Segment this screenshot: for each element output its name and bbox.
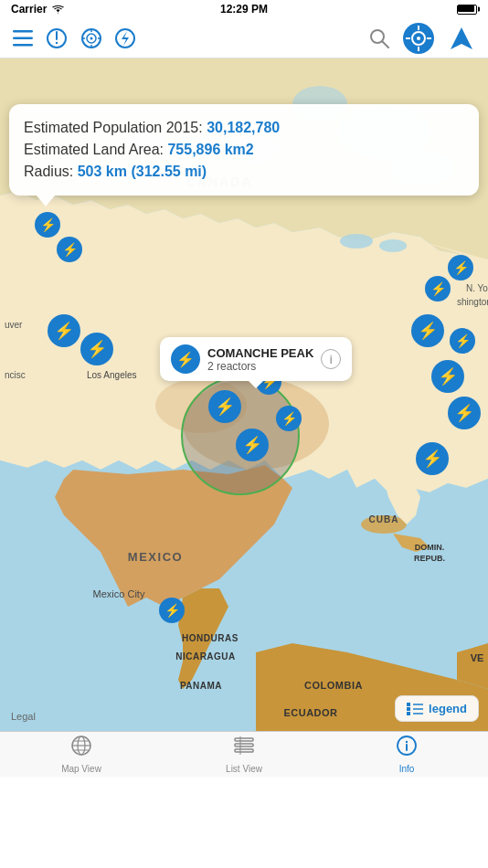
- svg-rect-1: [13, 37, 33, 39]
- status-bar: Carrier 12:29 PM: [0, 0, 488, 18]
- tab-bar: Map View List View Info: [0, 731, 488, 777]
- globe-icon: [70, 735, 92, 762]
- svg-rect-57: [235, 738, 253, 741]
- svg-rect-2: [13, 44, 33, 47]
- status-left: Carrier: [11, 3, 65, 16]
- svg-point-4: [56, 41, 58, 43]
- svg-text:VE: VE: [471, 652, 484, 663]
- reactor-marker[interactable]: ⚡: [448, 397, 481, 429]
- location-circle-icon[interactable]: [402, 22, 435, 55]
- status-right: [457, 5, 477, 15]
- reactor-marker[interactable]: ⚡: [450, 328, 475, 354]
- reactor-marker[interactable]: ⚡: [80, 333, 113, 365]
- tab-map-label: Map View: [61, 764, 101, 774]
- alert-icon[interactable]: [46, 27, 68, 49]
- reactor-marker[interactable]: ⚡: [431, 360, 464, 393]
- svg-text:NICARAGUA: NICARAGUA: [175, 651, 236, 662]
- battery-icon: [457, 5, 477, 15]
- carrier-label: Carrier: [11, 3, 47, 16]
- svg-text:shington: shington: [457, 297, 488, 307]
- search-icon[interactable]: [369, 28, 389, 48]
- svg-text:ncisc: ncisc: [5, 370, 26, 380]
- plant-callout[interactable]: ⚡ COMANCHE PEAK 2 reactors i: [160, 337, 352, 381]
- reactor-marker[interactable]: ⚡: [425, 276, 451, 302]
- land-area-label: Estimated Land Area:: [24, 142, 167, 157]
- menu-icon[interactable]: [13, 30, 33, 47]
- svg-text:COLOMBIA: COLOMBIA: [304, 680, 363, 691]
- tab-map-view[interactable]: Map View: [0, 732, 163, 777]
- reactor-marker[interactable]: ⚡: [236, 429, 269, 461]
- nav-left: [13, 27, 135, 49]
- svg-point-62: [406, 741, 408, 743]
- bolt-icon[interactable]: [115, 27, 135, 49]
- reactor-marker[interactable]: ⚡: [35, 212, 60, 238]
- tab-info-label: Info: [399, 764, 415, 774]
- nav-right: [369, 22, 475, 55]
- legend-button[interactable]: legend: [395, 695, 479, 722]
- reactor-marker[interactable]: ⚡: [411, 314, 444, 347]
- legal-link[interactable]: Legal: [11, 711, 36, 722]
- plant-name: COMANCHE PEAK: [207, 346, 313, 360]
- svg-text:N. Yo: N. Yo: [466, 283, 488, 293]
- reactor-marker[interactable]: ⚡: [48, 314, 80, 347]
- svg-text:REPUB.: REPUB.: [414, 554, 445, 563]
- svg-text:CUBA: CUBA: [369, 514, 399, 524]
- tab-info[interactable]: Info: [325, 732, 488, 777]
- nav-bar: [0, 18, 488, 58]
- svg-point-26: [379, 239, 407, 252]
- reactor-marker[interactable]: ⚡: [57, 237, 82, 262]
- info-circle-icon: [396, 735, 418, 762]
- svg-text:MEXICO: MEXICO: [128, 550, 183, 564]
- svg-point-25: [340, 234, 373, 249]
- svg-text:DOMIN.: DOMIN.: [415, 543, 445, 552]
- plant-bolt-icon: ⚡: [171, 344, 200, 374]
- info-popup: Estimated Population 2015: 30,182,780 Es…: [9, 104, 479, 196]
- plant-reactors: 2 reactors: [207, 360, 313, 373]
- list-icon: [233, 735, 255, 762]
- svg-text:Los Angeles: Los Angeles: [87, 370, 137, 380]
- population-label: Estimated Population 2015:: [24, 120, 207, 135]
- svg-text:PANAMA: PANAMA: [180, 681, 222, 691]
- wifi-icon: [51, 5, 65, 15]
- svg-point-7: [90, 37, 93, 39]
- svg-rect-0: [13, 30, 33, 33]
- population-value: 30,182,780: [207, 120, 280, 135]
- svg-rect-47: [407, 707, 410, 711]
- legend-icon: [407, 703, 423, 715]
- land-area-line: Estimated Land Area: 755,896 km2: [24, 139, 464, 161]
- svg-point-13: [417, 37, 420, 40]
- reactor-marker[interactable]: ⚡: [448, 255, 473, 281]
- svg-line-10: [383, 41, 389, 48]
- svg-rect-48: [407, 712, 410, 715]
- svg-rect-46: [407, 703, 410, 706]
- radius-value: 503 km (312.55 mi): [78, 164, 207, 179]
- plant-callout-text: COMANCHE PEAK 2 reactors: [207, 346, 313, 373]
- svg-text:ECUADOR: ECUADOR: [283, 707, 337, 718]
- svg-text:uver: uver: [5, 320, 23, 330]
- tab-list-view[interactable]: List View: [163, 732, 325, 777]
- land-area-value: 755,896 km2: [167, 142, 253, 157]
- reactor-marker[interactable]: ⚡: [416, 442, 449, 475]
- svg-rect-59: [235, 749, 253, 752]
- radius-label: Radius:: [24, 164, 78, 179]
- reactor-marker[interactable]: ⚡: [159, 598, 185, 623]
- population-line: Estimated Population 2015: 30,182,780: [24, 117, 464, 139]
- radar-icon[interactable]: [80, 27, 102, 49]
- legend-label: legend: [429, 702, 467, 715]
- status-time: 12:29 PM: [220, 3, 268, 16]
- map-container[interactable]: CANADA MEXICO Mexico City CUBA HONDURAS …: [0, 58, 488, 731]
- radius-line: Radius: 503 km (312.55 mi): [24, 161, 464, 183]
- plant-info-icon[interactable]: i: [321, 349, 341, 369]
- reactor-marker-comanche[interactable]: ⚡: [208, 390, 241, 423]
- reactor-marker[interactable]: ⚡: [276, 406, 302, 431]
- navigate-icon[interactable]: [448, 25, 475, 52]
- svg-text:HONDURAS: HONDURAS: [182, 633, 239, 643]
- svg-text:Mexico City: Mexico City: [93, 588, 145, 599]
- tab-list-label: List View: [226, 764, 262, 774]
- svg-rect-58: [235, 744, 253, 746]
